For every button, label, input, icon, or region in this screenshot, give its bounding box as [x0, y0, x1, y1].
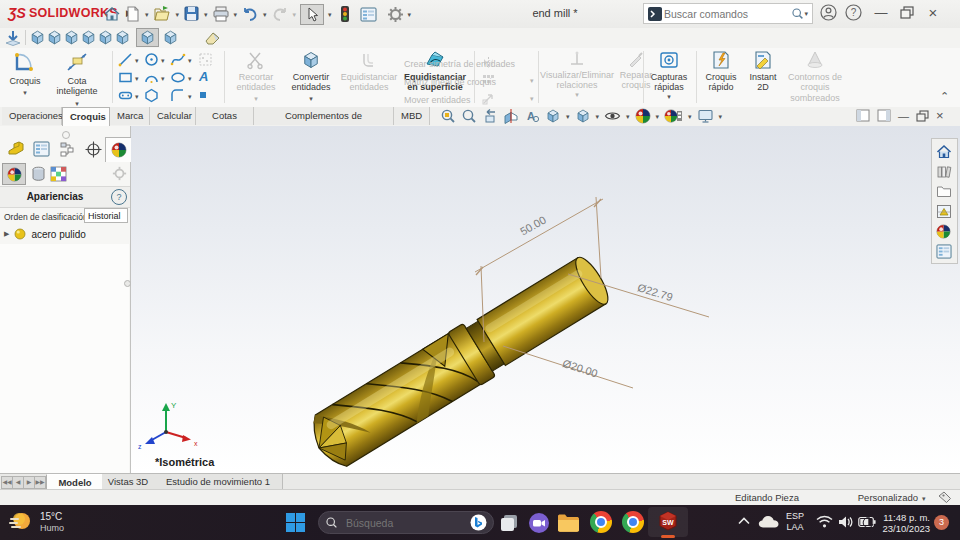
taskbar-search-input[interactable]	[344, 516, 470, 530]
chevron-down-icon[interactable]: ▾	[596, 113, 600, 120]
text-tool-icon[interactable]: A	[199, 69, 208, 84]
material-cylinder-icon[interactable]	[31, 166, 46, 182]
chevron-down-icon[interactable]: ▾	[135, 57, 139, 64]
panel-tab-configurations[interactable]	[55, 137, 80, 161]
solidworks-taskbar-button[interactable]: SW	[648, 507, 688, 537]
wifi-tray-button[interactable]	[816, 515, 833, 528]
tab-cotas-mbd[interactable]: Cotas MBD	[196, 107, 254, 125]
pane-right-icon[interactable]	[877, 109, 891, 122]
arc-tool-icon[interactable]	[144, 70, 159, 85]
collapse-ribbon-icon[interactable]: ⌃	[940, 90, 949, 103]
polygon-tool-icon[interactable]	[144, 88, 159, 103]
chevron-down-icon[interactable]: ▾	[135, 93, 139, 100]
view-cube-icon[interactable]	[162, 29, 179, 46]
panel-tab-part[interactable]	[3, 137, 28, 161]
taskpane-file-explorer-button[interactable]	[932, 181, 955, 201]
weather-widget[interactable]: 15°C Humo	[8, 509, 64, 535]
zoom-to-fit-icon[interactable]	[440, 108, 456, 124]
chevron-down-icon[interactable]: ▾	[234, 11, 238, 18]
undo-icon[interactable]	[241, 5, 259, 23]
search-icon[interactable]	[791, 7, 804, 20]
tab-complementos[interactable]: Complementos de SOLIDWORKS	[254, 107, 394, 125]
traffic-light-icon[interactable]	[340, 5, 350, 23]
file-explorer-button[interactable]	[556, 510, 581, 535]
chevron-down-icon[interactable]: ▾	[204, 11, 208, 18]
options-list-icon[interactable]	[360, 6, 377, 23]
hide-show-items-icon[interactable]	[604, 108, 621, 124]
point-tool-icon[interactable]	[200, 92, 206, 98]
spline-tool-icon[interactable]	[170, 52, 186, 67]
sketch-button[interactable]: Croquis ▾	[2, 50, 48, 96]
quick-snaps-button[interactable]: Capturas rápidas ▾	[645, 50, 693, 100]
close-icon[interactable]: ×	[922, 4, 944, 21]
view-cube-icon[interactable]	[80, 29, 97, 46]
chevron-down-icon[interactable]: ▾	[286, 95, 336, 102]
tab-vistas-3d[interactable]: Vistas 3D	[102, 474, 155, 489]
view-cube-icon-selected[interactable]	[139, 29, 156, 46]
chevron-down-icon[interactable]: ▾	[645, 93, 693, 100]
appearances-view-button[interactable]	[2, 163, 26, 185]
chevron-down-icon[interactable]: ▾	[161, 75, 165, 82]
chevron-down-icon[interactable]: ▾	[161, 57, 165, 64]
chevron-down-icon[interactable]: ▾	[408, 11, 412, 18]
view-orientation-icon[interactable]	[545, 108, 561, 124]
chevron-down-icon[interactable]: ▾	[263, 11, 267, 18]
onedrive-tray-button[interactable]	[758, 514, 780, 529]
chevron-down-icon[interactable]: ▾	[922, 495, 926, 502]
language-indicator[interactable]: ESP LAA	[786, 511, 804, 533]
smart-dimension-button[interactable]: Cota inteligente ▾	[46, 50, 108, 107]
exit-sketch-icon[interactable]	[4, 29, 22, 47]
tray-expand-button[interactable]	[738, 517, 750, 525]
convert-entities-button[interactable]: Convertir entidades ▾	[286, 50, 336, 102]
chat-app-button[interactable]	[526, 510, 551, 535]
panel-tab-dimxpert[interactable]	[81, 137, 106, 161]
print-icon[interactable]	[212, 5, 230, 23]
chrome-button[interactable]	[590, 511, 612, 533]
tab-operaciones[interactable]: Operaciones	[2, 107, 62, 125]
clock-widget[interactable]: 11:48 p. m. 23/10/2023	[868, 512, 930, 535]
select-tool-button[interactable]	[300, 4, 324, 25]
chevron-down-icon[interactable]: ▾	[328, 11, 332, 18]
open-icon[interactable]	[153, 5, 172, 23]
command-search[interactable]: ▾	[643, 3, 813, 24]
chevron-down-icon[interactable]: ▾	[176, 11, 180, 18]
home-icon[interactable]	[103, 5, 121, 23]
edit-appearance-icon[interactable]	[635, 108, 651, 124]
chevron-down-icon[interactable]: ▾	[2, 89, 48, 96]
help-icon[interactable]: ?	[111, 189, 127, 205]
sort-order-select[interactable]: Historial	[84, 208, 128, 223]
chevron-down-icon[interactable]: ▾	[188, 57, 192, 64]
minimize-icon[interactable]: —	[870, 5, 892, 20]
tab-croquis[interactable]: Croquis	[62, 107, 110, 126]
panel-tab-appearances[interactable]	[105, 137, 132, 162]
appearance-tree-item[interactable]: ▶ acero pulido	[4, 228, 86, 240]
circle-tool-icon[interactable]	[144, 52, 159, 67]
annotation-view-icon[interactable]: A	[524, 108, 540, 124]
scene-icon[interactable]	[50, 166, 67, 182]
ellipse-tool-icon[interactable]	[170, 70, 186, 85]
fillet-tool-icon[interactable]	[170, 88, 185, 103]
chevron-down-icon[interactable]: ▾	[188, 75, 192, 82]
display-style-icon[interactable]	[575, 108, 591, 124]
chevron-down-icon[interactable]: ▾	[626, 113, 630, 120]
volume-tray-button[interactable]	[838, 515, 854, 529]
tab-nav-last-icon[interactable]: ▶▶	[34, 476, 46, 489]
search-input[interactable]	[662, 7, 791, 21]
expand-arrow-icon[interactable]: ▶	[4, 230, 9, 238]
chevron-down-icon[interactable]: ▾	[688, 113, 692, 120]
chevron-down-icon[interactable]: ▾	[46, 100, 108, 107]
chevron-down-icon[interactable]: ▾	[656, 113, 660, 120]
restore-icon[interactable]	[900, 6, 914, 19]
tab-marca[interactable]: Marca	[110, 107, 150, 125]
taskpane-appearances-button[interactable]	[932, 221, 955, 241]
view-settings-icon[interactable]	[697, 108, 714, 124]
eraser-icon[interactable]	[204, 29, 222, 46]
previous-view-icon[interactable]	[482, 108, 498, 124]
account-icon[interactable]	[820, 4, 837, 21]
chevron-down-icon[interactable]: ▾	[804, 10, 808, 17]
rapid-sketch-button[interactable]: Croquis rápido	[698, 50, 744, 93]
apply-scene-icon[interactable]	[664, 108, 683, 124]
start-button[interactable]	[283, 510, 308, 535]
tab-estudio-movimiento[interactable]: Estudio de movimiento 1	[154, 474, 283, 489]
line-tool-icon[interactable]	[118, 52, 133, 67]
